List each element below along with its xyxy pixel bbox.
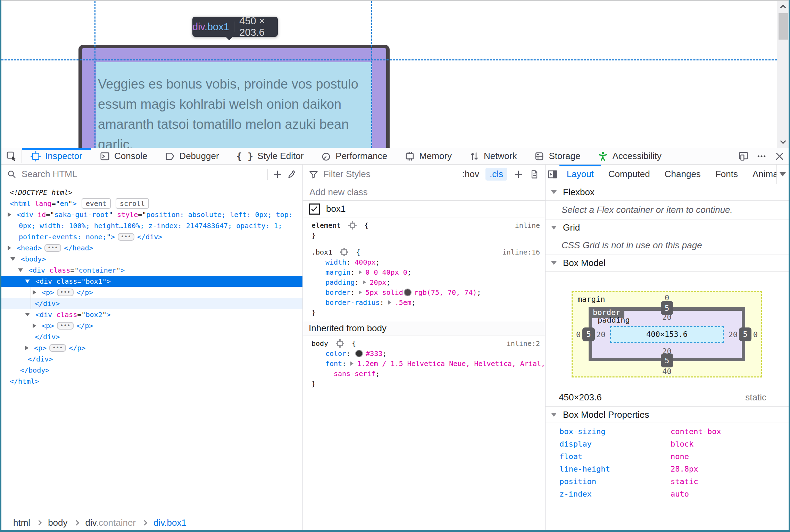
tab-accessibility[interactable]: Accessibility [589, 148, 670, 164]
toggle-pseudo-classes-button[interactable]: :hov [462, 169, 479, 180]
margin-bottom-value[interactable]: 40 [662, 367, 672, 376]
twisty-expanded-icon[interactable] [18, 268, 23, 272]
twisty-expanded-icon[interactable] [10, 257, 15, 261]
twisty-collapsed-icon[interactable] [8, 212, 11, 217]
devtools-close-button[interactable] [771, 148, 789, 164]
twisty-collapsed-icon[interactable] [25, 346, 28, 350]
search-input[interactable] [22, 169, 263, 180]
code-line[interactable]: <p>•••</p> [1, 342, 302, 354]
code-line[interactable]: </div> [1, 298, 302, 309]
border-bottom-value[interactable]: 5 [661, 354, 673, 367]
collapsed-children-badge[interactable]: ••• [57, 289, 74, 296]
border-left-value[interactable]: 5 [582, 327, 595, 341]
property-row[interactable]: line-height28.8px [546, 463, 789, 475]
tab-memory[interactable]: Memory [396, 148, 460, 164]
box-model-margin-layer[interactable]: margin 0 0 0 40 5 5 5 5 border padding 2… [572, 291, 762, 377]
devtools-meatball-menu-button[interactable] [752, 148, 771, 164]
flexbox-section-header[interactable]: Flexbox [546, 184, 789, 201]
add-node-plus-icon[interactable] [273, 169, 282, 179]
code-line[interactable]: } [307, 230, 545, 240]
collapsed-children-badge[interactable]: ••• [57, 322, 74, 330]
expand-shorthand-icon[interactable] [350, 361, 354, 366]
all-tabs-menu-button[interactable] [776, 165, 789, 184]
code-line[interactable]: font: 1.2em / 1.5 Helvetica Neue, Helvet… [307, 358, 545, 368]
code-line[interactable]: <p>•••</p> [1, 287, 302, 298]
expand-shorthand-icon[interactable] [359, 290, 362, 294]
tab-storage[interactable]: Storage [525, 148, 589, 164]
selector-highlighter-icon[interactable] [340, 248, 348, 256]
code-line[interactable]: border: 5px solidrgb(75, 70, 74); [307, 287, 545, 297]
twisty-collapsed-icon[interactable] [33, 323, 36, 328]
code-line[interactable]: <head>•••</head> [1, 242, 302, 253]
tab-changes[interactable]: Changes [657, 165, 708, 184]
box-model-properties-header[interactable]: Box Model Properties [546, 406, 789, 423]
expand-shorthand-icon[interactable] [363, 280, 366, 284]
body-rule[interactable]: body {inline:2color: #333;font: 1.2em / … [303, 335, 545, 392]
code-line[interactable]: <html lang="en">eventscroll [1, 198, 302, 209]
collapsed-children-badge[interactable]: ••• [118, 233, 134, 241]
tab-debugger[interactable]: Debugger [156, 148, 227, 164]
tab-layout[interactable]: Layout [559, 165, 601, 184]
code-line[interactable]: body {inline:2 [307, 338, 545, 348]
tab-performance[interactable]: Performance [312, 148, 396, 164]
rule-source-link[interactable]: inline:16 [502, 248, 540, 256]
expand-sidebar-button[interactable] [546, 169, 559, 180]
twisty-collapsed-icon[interactable] [8, 246, 11, 250]
code-line[interactable]: 0px; width: 100%; height…100%; z-index: … [1, 220, 302, 231]
code-line[interactable]: <p>•••</p> [1, 320, 302, 331]
collapsed-children-badge[interactable]: ••• [44, 244, 61, 252]
tab-network[interactable]: Network [460, 148, 525, 164]
tab-console[interactable]: Console [91, 148, 156, 164]
responsive-design-mode-button[interactable] [734, 148, 752, 164]
class-toggle-checkbox[interactable] [309, 203, 320, 215]
code-line[interactable]: </div> [1, 331, 302, 342]
code-line[interactable]: } [307, 379, 545, 389]
add-rule-plus-icon[interactable] [514, 169, 523, 179]
add-new-class-input[interactable] [309, 187, 545, 198]
collapsed-children-badge[interactable]: ••• [49, 344, 66, 352]
selector-highlighter-icon[interactable] [336, 339, 344, 348]
property-row[interactable]: displayblock [546, 438, 789, 450]
margin-right-value[interactable]: 0 [753, 330, 758, 339]
print-simulation-document-icon[interactable] [530, 169, 539, 179]
eyedropper-icon[interactable] [287, 169, 297, 179]
code-line[interactable]: padding: 20px; [307, 277, 545, 287]
property-row[interactable]: z-indexauto [546, 488, 789, 500]
scroll-down-arrow-icon[interactable] [780, 138, 786, 144]
padding-right-value[interactable]: 20 [729, 330, 738, 339]
code-line[interactable]: <div class="box2"> [1, 309, 302, 320]
margin-left-value[interactable]: 0 [576, 330, 581, 339]
scrollbar-thumb[interactable] [779, 13, 788, 40]
twisty-collapsed-icon[interactable] [33, 290, 36, 295]
code-line[interactable]: color: #333; [307, 348, 545, 358]
code-line[interactable]: border-radius: .5em; [307, 297, 545, 307]
filter-styles-input[interactable] [323, 169, 452, 180]
event-badge[interactable]: event [82, 198, 111, 209]
breadcrumb-item-container[interactable]: div.container [85, 517, 136, 528]
code-line[interactable]: sans-serif; [307, 368, 545, 379]
code-line[interactable]: margin: 0 0 40px 0; [307, 267, 545, 277]
selector-highlighter-icon[interactable] [348, 221, 357, 230]
code-line[interactable]: <div id="saka-gui-root" style="position:… [1, 209, 302, 220]
border-right-value[interactable]: 5 [739, 327, 751, 341]
page-scrollbar[interactable] [777, 1, 789, 148]
border-top-value[interactable]: 5 [661, 301, 673, 315]
code-line[interactable]: </body> [1, 365, 302, 376]
breadcrumb-item-body[interactable]: body [48, 517, 67, 528]
tab-animations[interactable]: Animati [745, 165, 776, 184]
rule-source-link[interactable]: inline:2 [507, 339, 540, 348]
code-line[interactable]: <div class="box1"> [1, 276, 302, 287]
tab-computed[interactable]: Computed [601, 165, 657, 184]
expand-shorthand-icon[interactable] [359, 270, 362, 274]
toggle-classes-button[interactable]: .cls [485, 168, 507, 181]
twisty-expanded-icon[interactable] [25, 313, 30, 316]
box-model-section-header[interactable]: Box Model [546, 255, 789, 272]
code-line[interactable]: </div> [1, 354, 302, 365]
property-row[interactable]: positionstatic [546, 475, 789, 488]
event-badge[interactable]: scroll [116, 198, 149, 209]
box-model-content-layer[interactable]: 400×153.6 [610, 326, 724, 343]
scroll-up-arrow-icon[interactable] [780, 5, 786, 11]
breadcrumb-item-box1[interactable]: div.box1 [153, 517, 186, 528]
code-line[interactable]: element {inline [307, 220, 545, 230]
code-line[interactable]: } [307, 307, 545, 317]
